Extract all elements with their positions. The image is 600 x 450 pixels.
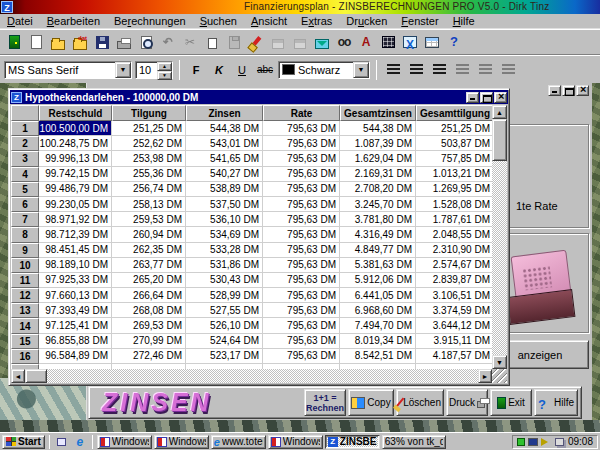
cell[interactable]: 538,89 DM bbox=[186, 182, 263, 197]
cell[interactable]: 1.013,21 DM bbox=[416, 167, 494, 182]
cell[interactable]: 537,50 DM bbox=[186, 197, 263, 212]
cell[interactable]: 100.248,75 DM bbox=[39, 136, 112, 151]
status-icon[interactable] bbox=[517, 438, 525, 446]
column-header-restschuld[interactable]: Restschuld bbox=[39, 105, 112, 121]
internet-explorer-icon[interactable]: e bbox=[72, 435, 88, 449]
row-number[interactable]: 15 bbox=[11, 334, 39, 349]
align-right-icon[interactable] bbox=[429, 60, 449, 80]
cell[interactable]: 1.629,04 DM bbox=[340, 151, 416, 166]
cell[interactable]: 263,77 DM bbox=[112, 258, 186, 273]
cell[interactable]: 4.187,57 DM bbox=[416, 349, 494, 364]
cell[interactable]: 795,63 DM bbox=[263, 288, 340, 303]
cell[interactable]: 795,63 DM bbox=[263, 227, 340, 242]
row-number[interactable]: 2 bbox=[11, 136, 39, 151]
cell[interactable]: 544,38 DM bbox=[340, 121, 416, 136]
mail-icon[interactable] bbox=[312, 32, 333, 53]
cell[interactable]: 99.230,05 DM bbox=[39, 197, 112, 212]
cell[interactable]: 2.708,20 DM bbox=[340, 182, 416, 197]
row-number[interactable]: 1 bbox=[11, 121, 39, 136]
task-button-4[interactable]: ZZINSBE... bbox=[325, 435, 380, 449]
cell[interactable]: 543,01 DM bbox=[186, 136, 263, 151]
task-button-1[interactable]: Windows C... bbox=[154, 435, 209, 449]
open-dat-icon[interactable] bbox=[70, 32, 91, 53]
cell[interactable]: 99.486,79 DM bbox=[39, 182, 112, 197]
scroll-down-icon[interactable]: ▼ bbox=[492, 355, 507, 369]
display-icon[interactable] bbox=[528, 438, 538, 446]
cell[interactable]: 99.996,13 DM bbox=[39, 151, 112, 166]
row-number[interactable]: 16 bbox=[11, 349, 39, 364]
menu-item-datei[interactable]: Datei bbox=[0, 15, 40, 27]
cell[interactable]: 503,87 DM bbox=[416, 136, 494, 151]
cell[interactable]: 251,25 DM bbox=[112, 121, 186, 136]
menu-item-fenster[interactable]: Fenster bbox=[394, 15, 445, 27]
copy-button[interactable]: Copy bbox=[348, 389, 394, 416]
loeschen-button[interactable]: Löschen bbox=[396, 389, 444, 416]
font-select[interactable]: MS Sans Serif ▼ bbox=[4, 61, 132, 79]
cell[interactable]: 795,63 DM bbox=[263, 151, 340, 166]
loan-window-titlebar[interactable]: Z Hypothekendarlehen - 100000,00 DM bbox=[10, 90, 508, 104]
underline-button[interactable]: U bbox=[232, 60, 252, 80]
chevron-down-icon[interactable]: ▼ bbox=[115, 62, 131, 78]
maximize-icon[interactable] bbox=[480, 92, 493, 103]
font-color-icon[interactable] bbox=[356, 32, 377, 53]
druck-button[interactable]: Druck bbox=[446, 389, 488, 416]
task-button-0[interactable]: Windows C... bbox=[97, 435, 152, 449]
scroll-thumb[interactable] bbox=[25, 369, 47, 383]
volume-icon[interactable] bbox=[541, 438, 552, 446]
cell[interactable]: 531,86 DM bbox=[186, 258, 263, 273]
search-icon[interactable] bbox=[334, 32, 355, 53]
column-header-tilgung[interactable]: Tilgung bbox=[112, 105, 186, 121]
print-preview-icon[interactable] bbox=[136, 32, 157, 53]
cell[interactable]: 795,63 DM bbox=[263, 303, 340, 318]
sheet-icon[interactable] bbox=[400, 32, 421, 53]
cell[interactable]: 795,63 DM bbox=[263, 167, 340, 182]
app-titlebar[interactable]: Z Finanzierungsplan - ZINSBERECHNUNGEN P… bbox=[0, 0, 600, 14]
scroll-thumb[interactable] bbox=[492, 119, 507, 161]
cell[interactable]: 8.019,34 DM bbox=[340, 334, 416, 349]
cell[interactable]: 795,63 DM bbox=[263, 136, 340, 151]
cell[interactable]: 253,98 DM bbox=[112, 151, 186, 166]
scroll-right-icon[interactable]: ► bbox=[478, 369, 492, 383]
row-number[interactable]: 6 bbox=[11, 197, 39, 212]
vertical-scrollbar[interactable]: ▲ ▼ bbox=[492, 105, 507, 369]
minimize-icon[interactable] bbox=[466, 92, 479, 103]
open-folder-icon[interactable] bbox=[48, 32, 69, 53]
maximize-icon[interactable] bbox=[562, 85, 575, 96]
cell[interactable]: 7.494,70 DM bbox=[340, 318, 416, 333]
menu-item-suchen[interactable]: Suchen bbox=[193, 15, 244, 27]
task-button-2[interactable]: ewww.toten... bbox=[211, 435, 266, 449]
cell[interactable]: 252,62 DM bbox=[112, 136, 186, 151]
cell[interactable]: 795,63 DM bbox=[263, 258, 340, 273]
cell[interactable]: 527,55 DM bbox=[186, 303, 263, 318]
cell[interactable]: 795,63 DM bbox=[263, 349, 340, 364]
bold-button[interactable]: F bbox=[186, 60, 206, 80]
scroll-up-icon[interactable]: ▲ bbox=[492, 105, 507, 119]
task-button-5[interactable]: 63% von tk_do... bbox=[382, 435, 446, 449]
cell[interactable]: 795,63 DM bbox=[263, 182, 340, 197]
cell[interactable]: 266,64 DM bbox=[112, 288, 186, 303]
cell[interactable]: 5.381,63 DM bbox=[340, 258, 416, 273]
delete-brush-icon[interactable] bbox=[246, 32, 267, 53]
row-number[interactable]: 4 bbox=[11, 167, 39, 182]
cell[interactable]: 528,99 DM bbox=[186, 288, 263, 303]
row-number[interactable]: 13 bbox=[11, 303, 39, 318]
copy-icon[interactable] bbox=[202, 32, 223, 53]
cell[interactable]: 258,13 DM bbox=[112, 197, 186, 212]
cell[interactable]: 795,63 DM bbox=[263, 243, 340, 258]
cell[interactable]: 1.528,08 DM bbox=[416, 197, 494, 212]
cell[interactable]: 3.781,80 DM bbox=[340, 212, 416, 227]
cell[interactable]: 2.310,90 DM bbox=[416, 243, 494, 258]
cell[interactable]: 99.742,15 DM bbox=[39, 167, 112, 182]
cell[interactable]: 97.660,13 DM bbox=[39, 288, 112, 303]
cell[interactable]: 262,35 DM bbox=[112, 243, 186, 258]
cell[interactable]: 259,53 DM bbox=[112, 212, 186, 227]
cell[interactable]: 269,53 DM bbox=[112, 318, 186, 333]
cell[interactable]: 98.189,10 DM bbox=[39, 258, 112, 273]
cell[interactable]: 1.087,39 DM bbox=[340, 136, 416, 151]
cell[interactable]: 98.712,39 DM bbox=[39, 227, 112, 242]
cell[interactable]: 5.912,06 DM bbox=[340, 273, 416, 288]
cell[interactable]: 795,63 DM bbox=[263, 121, 340, 136]
cell[interactable]: 270,99 DM bbox=[112, 334, 186, 349]
cell[interactable]: 1.269,95 DM bbox=[416, 182, 494, 197]
rechnen-button[interactable]: 1+1 =Rechnen bbox=[304, 389, 346, 416]
